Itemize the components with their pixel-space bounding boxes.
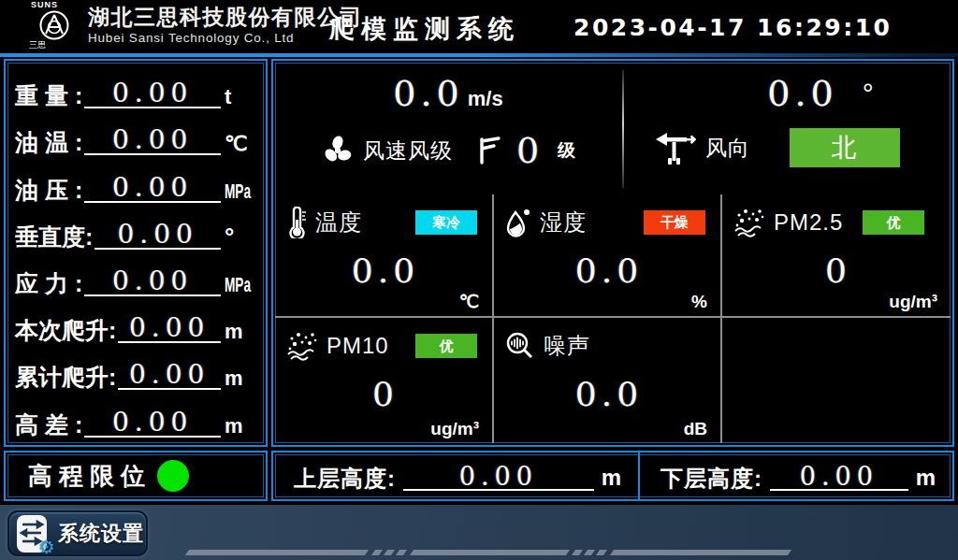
wind-direction-unit: ° (863, 78, 874, 108)
pm10-icon (286, 331, 318, 361)
wind-direction-row: 风向 北 (625, 128, 951, 167)
taskbar-deco-bar (410, 550, 570, 555)
measure-unit: m (225, 367, 256, 390)
measure-value: 0.00 (129, 312, 210, 343)
measure-label: 油 压 : (15, 178, 82, 203)
page-title: 爬模监测系统 (329, 12, 520, 46)
settings-sliders-icon: ⚙ (17, 515, 51, 553)
measure-label: 高 差 : (15, 412, 82, 438)
lower-height-underline: 0.00 (770, 464, 908, 491)
gear-icon: ⚙ (38, 538, 55, 556)
measure-underline: 0.00 (84, 80, 221, 108)
measure-unit: MPa (225, 180, 256, 203)
monitoring-screen: SUNS 三思 湖北三思科技股份有限公司 Hubei Sansi Technol… (0, 0, 958, 560)
row-current-climb: 本次爬升: 0.00 m (11, 302, 260, 349)
measure-unit: ° (225, 225, 256, 250)
row-oil-temp: 油 温 : 0.00 ℃ (11, 114, 260, 161)
wind-level-value: 0 (516, 132, 544, 169)
measure-value: 0.00 (112, 78, 193, 108)
header-accent-line (0, 53, 958, 57)
system-settings-button[interactable]: ⚙ 系统设置 (7, 510, 148, 556)
company-name-cn: 湖北三思科技股份有限公司 (88, 5, 363, 29)
measure-underline: 0.00 (84, 409, 221, 438)
env-cell-temperature: 温度 寒冷 0.0 ℃ (275, 194, 494, 318)
wind-section-divider (622, 70, 624, 188)
measure-underline: 0.00 (84, 268, 221, 296)
wind-speed-value: 0.0 (393, 73, 463, 114)
company-logo: SUNS 三思 (25, 1, 83, 52)
row-oil-pressure: 油 压 : 0.00 MPa (11, 161, 260, 208)
pm10-value: 0 (286, 376, 485, 413)
env-label: PM2.5 (774, 209, 843, 236)
upper-height-unit: m (602, 465, 621, 491)
measure-value: 0.00 (112, 407, 193, 438)
row-verticality: 垂直度: 0.00 ° (11, 208, 260, 255)
measure-unit: m (225, 415, 256, 438)
wind-direction-block: 0.0° 风向 北 (625, 63, 951, 194)
noise-icon (505, 331, 535, 361)
taskbar-deco-bar (185, 550, 369, 555)
row-total-climb: 累计爬升: 0.00 m (11, 349, 260, 395)
wind-speed-unit: m/s (468, 87, 503, 110)
datetime-display: 2023-04-17 16:29:10 (573, 14, 892, 41)
wind-direction-badge: 北 (790, 128, 900, 167)
row-weight: 重 量 : 0.00 t (11, 67, 260, 114)
upper-height-label: 上层高度: (294, 467, 396, 491)
wind-direction-readout: 0.0° (625, 74, 951, 113)
pm25-value: 0 (733, 252, 943, 290)
measure-underline: 0.00 (94, 222, 221, 250)
noise-value: 0.0 (505, 376, 713, 413)
wind-speed-readout: 0.0m/s (275, 74, 621, 119)
lower-height-label: 下层高度: (660, 467, 762, 491)
taskbar-deco-slash (572, 550, 583, 555)
measure-label: 累计爬升: (15, 365, 116, 390)
measure-label: 本次爬升: (15, 318, 116, 343)
pm10-status-badge: 优 (415, 334, 477, 358)
layer-heights-box: 上层高度: 0.00 m 下层高度: 0.00 m (271, 451, 954, 501)
measure-unit: t (225, 86, 256, 108)
env-cell-pm10: PM10 优 0 ug/m³ (275, 318, 494, 443)
env-cell-humidity: 湿度 干燥 0.0 % (494, 194, 722, 318)
humidity-status-badge: 干燥 (644, 210, 705, 235)
measure-value: 0.00 (112, 172, 193, 203)
measurements-panel: 重 量 : 0.00 t 油 温 : 0.00 ℃ 油 压 : 0.00 MPa… (4, 59, 268, 447)
measure-unit: MPa (225, 274, 256, 296)
wind-speed-label: 风速风级 (363, 136, 453, 165)
wind-level-unit: 级 (558, 138, 575, 163)
upper-height-underline: 0.00 (403, 464, 594, 491)
humidity-icon (505, 207, 531, 238)
pm10-unit: ug/m³ (430, 419, 479, 439)
wind-vane-icon (653, 130, 696, 165)
company-name-en: Hubei Sansi Technology Co., Ltd (88, 31, 363, 45)
measure-value: 0.00 (117, 219, 197, 250)
env-label: 湿度 (540, 208, 587, 237)
upper-height-value: 0.00 (459, 462, 538, 491)
measure-underline: 0.00 (84, 175, 221, 203)
measure-value: 0.00 (112, 266, 193, 296)
taskbar-deco-slash (371, 550, 383, 555)
sansi-logo-icon (38, 9, 70, 41)
logo-sansi-text: 三思 (25, 41, 83, 50)
taskbar-deco-slash (396, 550, 407, 555)
temperature-value: 0.0 (286, 252, 485, 290)
settings-button-label: 系统设置 (58, 520, 144, 548)
env-label: 噪声 (544, 331, 590, 361)
wind-level-icon (474, 135, 502, 166)
wind-speed-block: 0.0m/s 风速风级 0 (275, 63, 621, 194)
elevation-limit-box: 高程限位 (4, 451, 268, 501)
header: SUNS 三思 湖北三思科技股份有限公司 Hubei Sansi Technol… (0, 0, 958, 53)
elevation-limit-indicator (157, 460, 189, 492)
main-panel: 0.0m/s 风速风级 0 (271, 59, 954, 447)
taskbar-deco-slash (384, 550, 395, 555)
taskbar-deco-slash (596, 550, 607, 555)
pm25-unit: ug/m³ (889, 292, 937, 312)
wind-direction-value: 0.0 (767, 73, 837, 114)
measure-underline: 0.00 (118, 315, 221, 343)
pm25-icon (733, 208, 765, 237)
wind-level-readout: 风速风级 0 级 (275, 132, 621, 169)
fan-icon (321, 134, 355, 167)
noise-unit: dB (684, 419, 707, 439)
measurement-rows: 重 量 : 0.00 t 油 温 : 0.00 ℃ 油 压 : 0.00 MPa… (11, 67, 260, 443)
logo-suns-text: SUNS (25, 1, 83, 9)
measure-label: 重 量 : (15, 83, 82, 108)
